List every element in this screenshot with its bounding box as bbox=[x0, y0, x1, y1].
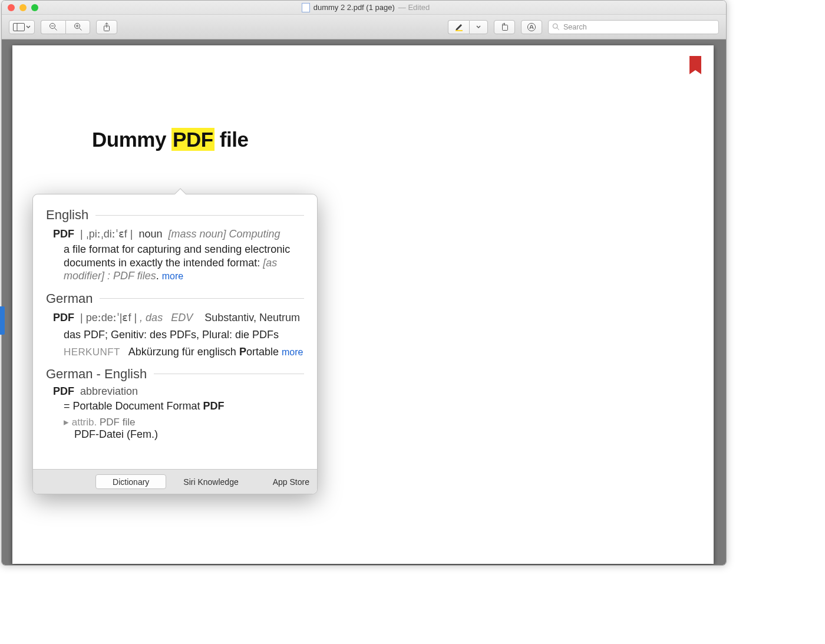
minimize-window-button[interactable] bbox=[19, 4, 27, 11]
svg-rect-12 bbox=[503, 25, 508, 31]
filename-label: dummy 2 2.pdf (1 page) bbox=[314, 3, 395, 12]
window-controls bbox=[2, 4, 38, 11]
window-title: dummy 2 2.pdf (1 page) — Edited bbox=[38, 3, 693, 12]
search-icon bbox=[552, 23, 560, 31]
edited-status-label: — Edited bbox=[398, 3, 430, 12]
english-entry-header: PDF | ˌpiːˌdiːˈɛf | noun [mass noun] Com… bbox=[46, 227, 304, 240]
search-input[interactable] bbox=[563, 23, 715, 31]
attrib-marker: ▸ attrib. bbox=[64, 417, 100, 428]
titlebar: dummy 2 2.pdf (1 page) — Edited bbox=[2, 1, 726, 15]
heading-prefix: Dummy bbox=[92, 128, 171, 151]
lookup-popover: English PDF | ˌpiːˌdiːˈɛf | noun [mass n… bbox=[32, 194, 318, 494]
popover-footer: Dictionary Siri Knowledge App Store bbox=[33, 469, 317, 494]
search-field[interactable] bbox=[548, 20, 719, 34]
german-origin-text: Abkürzung für englisch bbox=[128, 346, 239, 358]
toolbar bbox=[2, 15, 726, 39]
german-entry-header: PDF | peːdeːˈ|ɛf | , dasEDV Substantiv, … bbox=[46, 311, 304, 324]
document-heading[interactable]: Dummy PDF file bbox=[92, 128, 248, 151]
german-section-header: German bbox=[46, 291, 304, 306]
german-meta-2: EDV bbox=[171, 312, 193, 323]
german-origin-rest: ortable bbox=[246, 346, 279, 358]
bookmark-icon[interactable] bbox=[689, 56, 702, 75]
zoom-window-button[interactable] bbox=[31, 4, 38, 11]
english-word: PDF bbox=[53, 228, 74, 240]
english-definition-text: a file format for capturing and sending … bbox=[64, 243, 290, 269]
german-phonetic: | peːdeːˈ|ɛf | bbox=[80, 312, 137, 323]
english-part-of-speech: noun bbox=[138, 228, 162, 240]
german-label: German bbox=[46, 291, 93, 306]
highlight-segment bbox=[448, 20, 488, 34]
heading-suffix: file bbox=[214, 128, 249, 151]
svg-rect-0 bbox=[14, 23, 25, 31]
german-english-label: German - English bbox=[46, 366, 147, 382]
svg-point-14 bbox=[553, 24, 557, 28]
german-part-of-speech: Substantiv, Neutrum bbox=[204, 312, 300, 323]
document-viewport[interactable]: Dummy PDF file English PDF | ˌpiːˌdiːˈɛf… bbox=[2, 39, 726, 565]
german-origin-label: HERKUNFT bbox=[64, 346, 120, 358]
german-english-section-header: German - English bbox=[46, 366, 304, 382]
german-english-expansion: = Portable Document Format PDF bbox=[46, 400, 304, 412]
highlight-dropdown-button[interactable] bbox=[469, 20, 488, 34]
german-more-link[interactable]: more bbox=[282, 347, 303, 357]
german-origin: HERKUNFT Abkürzung für englisch Portable… bbox=[46, 346, 304, 358]
german-origin-bold: P bbox=[239, 346, 246, 358]
german-english-word: PDF bbox=[53, 385, 74, 397]
german-english-entry-header: PDF abbreviation bbox=[46, 385, 304, 398]
popover-content[interactable]: English PDF | ˌpiːˌdiːˈɛf | noun [mass n… bbox=[33, 194, 317, 469]
german-english-translation: PDF-Datei (Fem.) bbox=[46, 428, 304, 441]
german-word: PDF bbox=[53, 312, 74, 323]
german-meta-1: , das bbox=[140, 312, 163, 323]
english-section-header: English bbox=[46, 207, 304, 223]
zoom-out-button[interactable] bbox=[41, 20, 65, 34]
equals-bold: PDF bbox=[203, 400, 225, 412]
svg-line-6 bbox=[79, 28, 81, 31]
preview-window: dummy 2 2.pdf (1 page) — Edited bbox=[1, 0, 727, 566]
sidebar-toggle-button[interactable] bbox=[9, 20, 35, 34]
rotate-button[interactable] bbox=[494, 20, 515, 34]
svg-line-3 bbox=[55, 28, 57, 31]
english-phonetic: | ˌpiːˌdiːˈɛf | bbox=[80, 228, 133, 240]
german-english-attrib: ▸ attrib. PDF file bbox=[46, 416, 304, 428]
close-window-button[interactable] bbox=[8, 4, 15, 11]
svg-line-15 bbox=[557, 28, 559, 29]
english-definition: a file format for capturing and sending … bbox=[46, 243, 304, 283]
background-window-edge bbox=[0, 306, 5, 335]
attrib-text: PDF file bbox=[100, 417, 135, 428]
share-button[interactable] bbox=[96, 20, 117, 34]
english-more-link[interactable]: more bbox=[162, 271, 183, 281]
equals-text: Portable Document Format bbox=[73, 400, 203, 412]
svg-point-13 bbox=[527, 23, 535, 31]
english-meta: [mass noun] Computing bbox=[168, 228, 280, 240]
heading-highlighted-word[interactable]: PDF bbox=[171, 128, 214, 151]
zoom-segment bbox=[41, 20, 90, 34]
markup-toolbar-button[interactable] bbox=[521, 20, 542, 34]
zoom-in-button[interactable] bbox=[65, 20, 90, 34]
pdf-file-icon bbox=[302, 3, 310, 12]
highlight-button[interactable] bbox=[448, 20, 469, 34]
app-store-tab[interactable]: App Store bbox=[256, 474, 316, 489]
german-forms: das PDF; Genitiv: des PDFs, Plural: die … bbox=[46, 329, 304, 341]
english-label: English bbox=[46, 207, 88, 223]
dictionary-tab[interactable]: Dictionary bbox=[95, 474, 166, 489]
german-english-abbr-label: abbreviation bbox=[80, 385, 138, 397]
equals-prefix: = bbox=[64, 400, 73, 412]
siri-knowledge-tab[interactable]: Siri Knowledge bbox=[166, 474, 255, 489]
